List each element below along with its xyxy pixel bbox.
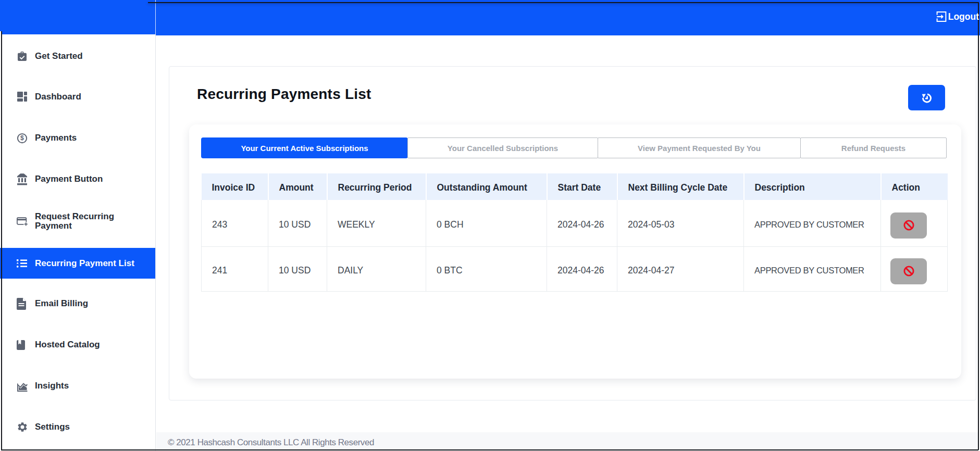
svg-text:$: $ <box>20 134 24 142</box>
